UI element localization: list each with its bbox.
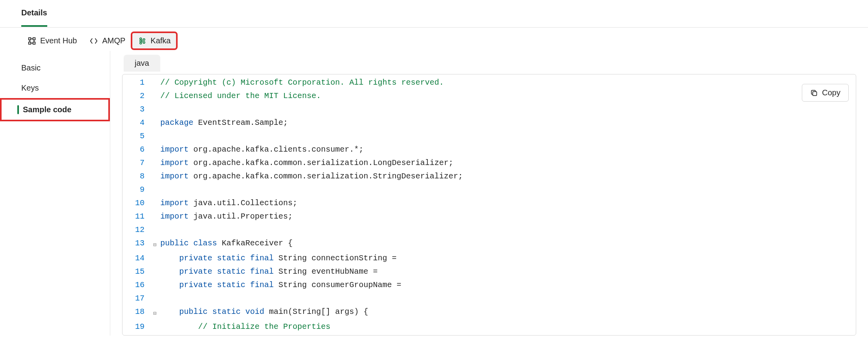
header-bar: Details [0, 0, 868, 28]
line-number: 5 [122, 130, 151, 143]
sidebar: Basic Keys Sample code [0, 51, 110, 336]
sidebar-item-basic[interactable]: Basic [0, 58, 110, 78]
tab-details[interactable]: Details [21, 0, 47, 27]
svg-rect-2 [29, 42, 31, 44]
svg-rect-0 [29, 37, 31, 40]
tab-amqp-label: AMQP [102, 36, 125, 45]
line-number: 16 [122, 278, 151, 292]
tab-kafka-label: Kafka [150, 36, 171, 45]
main-content: java Copy 1// Copyright (c) Microsoft Co… [110, 49, 868, 336]
line-number: 9 [122, 183, 151, 197]
copy-button[interactable]: Copy [802, 84, 849, 102]
line-number: 3 [122, 103, 151, 116]
tab-event-hub[interactable]: Event Hub [21, 32, 83, 49]
protocol-tabs: Event Hub AMQP Kafka [0, 28, 868, 49]
sidebar-highlight: Sample code [0, 98, 110, 121]
tab-amqp[interactable]: AMQP [83, 32, 132, 49]
code-editor: Copy 1// Copyright (c) Microsoft Corpora… [122, 74, 856, 336]
kafka-icon [138, 37, 147, 45]
svg-rect-17 [813, 91, 817, 95]
svg-point-8 [140, 38, 142, 40]
line-number: 1 [122, 76, 151, 89]
copy-label: Copy [822, 88, 840, 97]
body-area: Basic Keys Sample code java Copy 1// Cop… [0, 49, 868, 336]
fold-icon[interactable]: ⊟ [151, 237, 159, 252]
line-number: 12 [122, 223, 151, 237]
line-number: 7 [122, 156, 151, 170]
line-number: 4 [122, 116, 151, 130]
line-number: 17 [122, 292, 151, 305]
svg-line-15 [141, 40, 143, 41]
tab-language-java[interactable]: java [124, 55, 160, 72]
line-number: 18 [122, 305, 151, 319]
svg-line-16 [141, 41, 143, 42]
line-number: 13 [122, 237, 151, 250]
line-number: 6 [122, 143, 151, 156]
tab-kafka[interactable]: Kafka [132, 32, 177, 49]
sidebar-item-keys[interactable]: Keys [0, 78, 110, 98]
svg-point-9 [140, 42, 142, 44]
event-hub-icon [28, 37, 36, 45]
amqp-icon [89, 37, 98, 45]
line-number: 15 [122, 265, 151, 278]
svg-rect-1 [33, 37, 35, 40]
fold-icon[interactable]: ⊟ [151, 305, 159, 320]
tab-event-hub-label: Event Hub [40, 36, 77, 45]
sidebar-item-sample-code[interactable]: Sample code [2, 100, 108, 120]
code-lines[interactable]: 1// Copyright (c) Microsoft Corporation.… [122, 74, 856, 335]
copy-icon [810, 89, 818, 97]
line-number: 10 [122, 197, 151, 210]
line-number: 19 [122, 320, 151, 334]
line-number: 2 [122, 89, 151, 103]
line-number: 11 [122, 210, 151, 223]
line-number: 8 [122, 170, 151, 183]
line-number: 14 [122, 252, 151, 265]
svg-rect-3 [33, 42, 35, 44]
